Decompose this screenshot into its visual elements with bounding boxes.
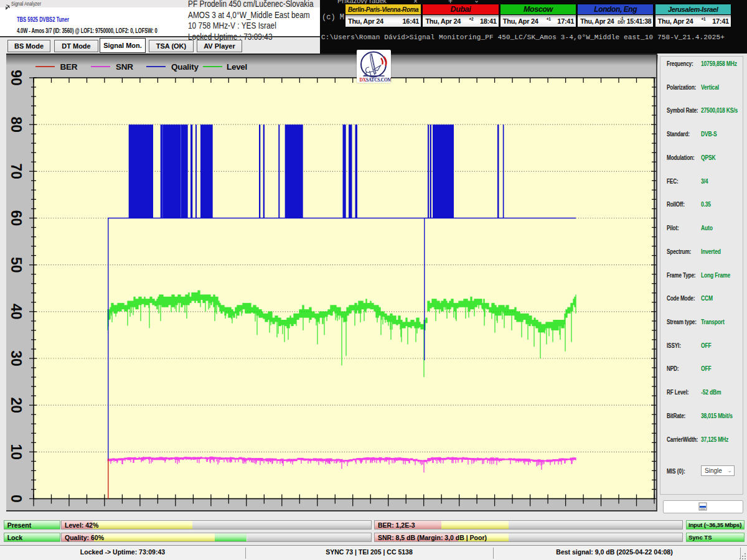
svg-text:30: 30 bbox=[8, 350, 24, 366]
svg-text:80: 80 bbox=[8, 116, 24, 133]
svg-text:90: 90 bbox=[8, 70, 24, 86]
svg-text:20: 20 bbox=[8, 397, 24, 413]
svg-text:0: 0 bbox=[8, 495, 24, 503]
svg-text:DXSATCS.COM: DXSATCS.COM bbox=[360, 77, 392, 83]
svg-text:10: 10 bbox=[8, 444, 24, 460]
svg-text:Level: Level bbox=[227, 62, 247, 72]
svg-text:BER: BER bbox=[60, 62, 78, 72]
svg-text:SNR: SNR bbox=[116, 62, 133, 72]
svg-text:50: 50 bbox=[8, 257, 24, 273]
svg-text:40: 40 bbox=[8, 304, 24, 320]
svg-text:70: 70 bbox=[8, 164, 24, 180]
svg-text:60: 60 bbox=[8, 210, 24, 226]
svg-text:Quality: Quality bbox=[171, 62, 199, 72]
